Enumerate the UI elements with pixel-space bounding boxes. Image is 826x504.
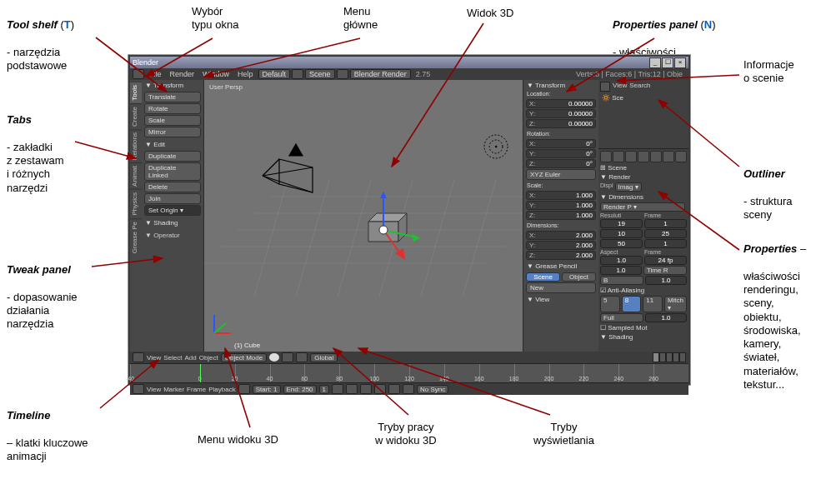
res-y[interactable]: 10	[600, 229, 643, 238]
layout-add-icon[interactable]	[292, 69, 303, 79]
gp-scene[interactable]: Scene	[526, 272, 560, 282]
sync-mode[interactable]: No Sync	[417, 385, 448, 394]
next-key-icon[interactable]	[388, 384, 400, 394]
vh-select[interactable]: Select	[163, 354, 182, 362]
record-icon[interactable]	[238, 384, 250, 394]
outliner-editor-icon[interactable]	[600, 82, 610, 92]
shading-panel-header[interactable]: ▼ Shading	[600, 333, 687, 341]
scl-y[interactable]: Y:1.000	[526, 201, 596, 210]
th-view[interactable]: View	[147, 386, 161, 393]
view-header[interactable]: ▼ View	[523, 294, 598, 305]
loc-x[interactable]: X:0.00000	[526, 99, 596, 108]
display-mode[interactable]: Imag ▾	[615, 182, 642, 192]
render-panel-header[interactable]: ▼ Render	[600, 173, 687, 181]
manipulator-icon[interactable]	[296, 352, 308, 362]
context-modifiers-icon[interactable]	[675, 151, 687, 162]
outliner-search[interactable]: Search	[629, 82, 650, 92]
shading-header[interactable]: ▼ Shading	[142, 217, 203, 228]
vh-view[interactable]: View	[147, 354, 161, 362]
tab-tools[interactable]: Tools	[130, 82, 142, 103]
dim-y[interactable]: Y:2.000	[526, 241, 596, 250]
rotation-mode[interactable]: XYZ Euler	[526, 169, 596, 180]
aa-panel-header[interactable]: ☑ Anti-Aliasing	[600, 287, 687, 294]
aa-filter[interactable]: Mitch ▾	[664, 296, 687, 312]
res-pct[interactable]: 50	[600, 239, 643, 248]
context-scene-icon[interactable]	[625, 151, 637, 162]
tab-physics[interactable]: Physics	[130, 189, 142, 218]
jump-end-icon[interactable]	[403, 384, 414, 394]
timeline-editor-icon[interactable]	[133, 384, 144, 394]
play-rev-icon[interactable]	[360, 384, 372, 394]
time-remap[interactable]: Time R	[643, 266, 687, 275]
rot-x[interactable]: X:0°	[526, 139, 596, 148]
end-frame[interactable]: End: 250	[283, 385, 317, 394]
aa-11[interactable]: 11	[643, 296, 663, 312]
full-sample[interactable]: Full	[600, 313, 643, 322]
set-origin-button[interactable]: Set Origin ▾	[144, 205, 201, 216]
translate-button[interactable]: Translate	[144, 92, 201, 102]
pivot-icon[interactable]	[282, 352, 293, 362]
aa-8[interactable]: 8	[622, 296, 642, 312]
outliner-view[interactable]: View	[613, 82, 627, 92]
maximize-button[interactable]: ☐	[662, 57, 673, 68]
context-constraints-icon[interactable]	[663, 151, 674, 162]
menu-render[interactable]: Render	[167, 70, 198, 78]
close-button[interactable]: ×	[674, 57, 686, 68]
frame-start[interactable]: 1	[644, 219, 687, 228]
border-toggle[interactable]: B	[600, 276, 643, 285]
loc-z[interactable]: Z:0.00000	[526, 119, 596, 128]
res-x[interactable]: 19	[600, 219, 643, 228]
duplicate-linked-button[interactable]: Duplicate Linked	[144, 162, 201, 181]
context-layers-icon[interactable]	[613, 151, 624, 162]
rot-y[interactable]: Y:0°	[526, 149, 596, 158]
th-frame[interactable]: Frame	[187, 386, 206, 393]
sampled-motion-header[interactable]: ☐ Sampled Mot	[600, 324, 687, 332]
layout-selector[interactable]: Default	[258, 69, 291, 79]
prev-key-icon[interactable]	[346, 384, 358, 394]
edit-header[interactable]: ▼ Edit	[142, 139, 203, 150]
play-icon[interactable]	[374, 384, 386, 394]
layers-widget[interactable]	[653, 352, 686, 362]
aspect-x[interactable]: 1.0	[600, 256, 643, 265]
dim-x[interactable]: X:2.000	[526, 231, 596, 240]
shading-solid-icon[interactable]	[269, 353, 279, 362]
mirror-button[interactable]: Mirror	[144, 127, 201, 137]
n-transform-header[interactable]: ▼ Transform	[523, 80, 598, 91]
render-preset[interactable]: Render P ▾	[600, 202, 685, 212]
gp-new[interactable]: New	[526, 282, 596, 293]
engine-selector[interactable]: Blender Render	[350, 69, 411, 79]
tab-animation[interactable]: Animat	[130, 162, 142, 189]
th-marker[interactable]: Marker	[163, 386, 184, 393]
orientation-selector[interactable]: Global	[310, 353, 338, 362]
delete-button[interactable]: Delete	[144, 182, 201, 192]
tab-relations[interactable]: Relations	[130, 129, 142, 162]
gp-object[interactable]: Object	[562, 272, 596, 282]
rotate-button[interactable]: Rotate	[144, 103, 201, 114]
fps[interactable]: 24 fp	[644, 256, 687, 265]
current-frame[interactable]: 1	[319, 385, 329, 394]
aa-5[interactable]: 5	[600, 296, 620, 312]
editor-type-icon[interactable]	[133, 69, 144, 79]
rot-z[interactable]: Z:0°	[526, 159, 596, 168]
scene-add-icon[interactable]	[337, 69, 348, 79]
transform-header[interactable]: ▼ Transform	[142, 80, 203, 91]
crop[interactable]: 1.0	[645, 276, 687, 285]
minimize-button[interactable]: _	[649, 57, 661, 68]
vh-object[interactable]: Object	[199, 354, 218, 362]
scl-x[interactable]: X:1.000	[526, 191, 596, 200]
jump-start-icon[interactable]	[332, 384, 343, 394]
loc-y[interactable]: Y:0.00000	[526, 109, 596, 118]
mode-selector[interactable]: Object Mode	[221, 353, 267, 362]
viewport-3d[interactable]: User Persp	[204, 80, 523, 352]
timeline-ruler[interactable]: -40020406080100120140160180200220240260	[130, 363, 688, 383]
aspect-y[interactable]: 1.0	[600, 266, 642, 275]
th-playback[interactable]: Playback	[208, 386, 235, 393]
operator-panel[interactable]: ▼ Operator	[142, 228, 203, 242]
menu-help[interactable]: Help	[234, 70, 257, 78]
dimensions-panel-header[interactable]: ▼ Dimensions	[600, 193, 687, 201]
dim-z[interactable]: Z:2.000	[526, 251, 596, 260]
frame-step[interactable]: 1	[644, 239, 687, 248]
scale-button[interactable]: Scale	[144, 115, 201, 126]
tab-grease[interactable]: Grease Pe	[130, 218, 142, 256]
scene-selector[interactable]: Scene	[305, 69, 335, 79]
